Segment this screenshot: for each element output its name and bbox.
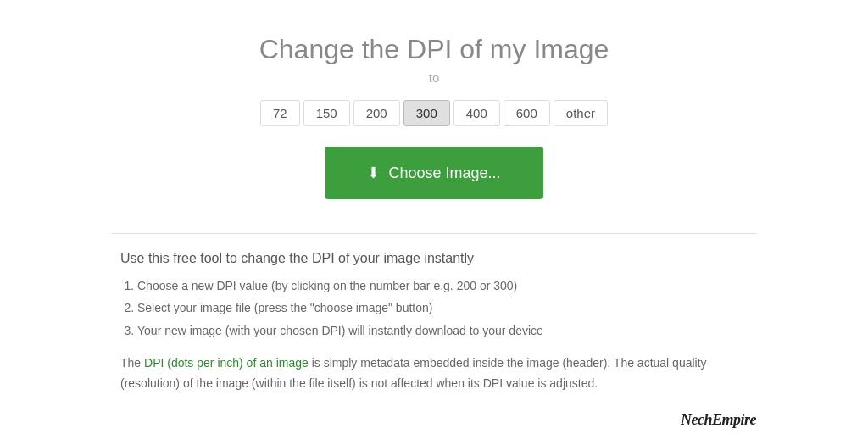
dpi-btn-150[interactable]: 150 [303, 100, 350, 126]
choose-button-label: Choose Image... [388, 164, 500, 182]
dpi-btn-72[interactable]: 72 [260, 100, 300, 126]
paragraph-start: The [120, 356, 144, 370]
subtitle: to [112, 70, 756, 85]
brand-name: NechEmpire [681, 411, 756, 428]
dpi-options-bar: 72 150 200 300 400 600 other [112, 100, 756, 126]
steps-list: Choose a new DPI value (by clicking on t… [137, 276, 748, 340]
dpi-btn-300[interactable]: 300 [403, 100, 450, 126]
branding: NechEmpire [112, 411, 756, 429]
page-wrapper: Change the DPI of my Image to 72 150 200… [95, 0, 773, 434]
dpi-btn-400[interactable]: 400 [453, 100, 500, 126]
dpi-highlight: DPI (dots per inch) of an image [144, 356, 309, 370]
dpi-btn-200[interactable]: 200 [353, 100, 400, 126]
choose-image-button[interactable]: ⬇ Choose Image... [325, 147, 542, 199]
choose-button-wrapper: ⬇ Choose Image... [112, 147, 756, 199]
upload-icon: ⬇ [367, 164, 380, 182]
main-title: Change the DPI of my Image [112, 34, 756, 65]
dpi-btn-other[interactable]: other [554, 100, 608, 126]
section-divider [112, 233, 756, 234]
info-title: Use this free tool to change the DPI of … [120, 251, 748, 266]
info-section: Use this free tool to change the DPI of … [112, 251, 756, 394]
step-1: Choose a new DPI value (by clicking on t… [137, 276, 748, 295]
dpi-btn-600[interactable]: 600 [504, 100, 550, 126]
step-3: Your new image (with your chosen DPI) wi… [137, 321, 748, 340]
info-paragraph: The DPI (dots per inch) of an image is s… [120, 353, 748, 394]
step-2: Select your image file (press the "choos… [137, 298, 748, 317]
